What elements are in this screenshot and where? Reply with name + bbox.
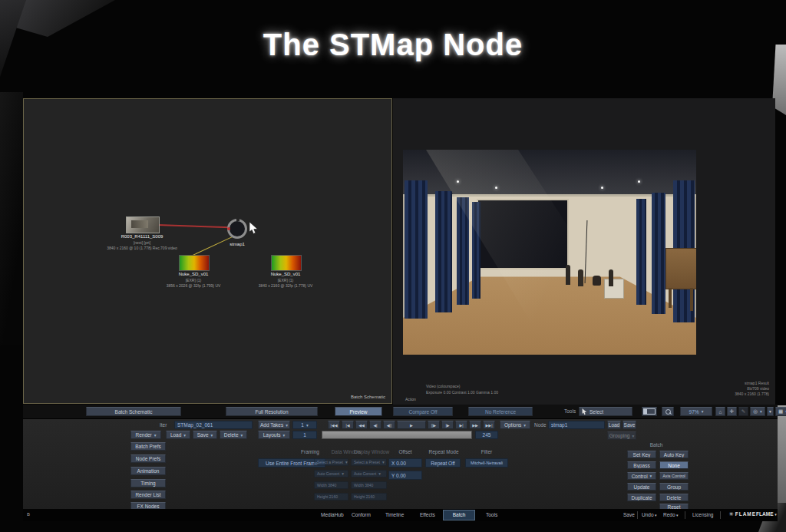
transport-fast-fwd-button[interactable]: ▶▶ — [469, 421, 481, 429]
connection-line-red — [157, 224, 236, 229]
uv-node-1-name: Nuke_SD_v01 — [179, 272, 209, 276]
transport-play-fwd-button[interactable]: ||▶ — [428, 421, 440, 429]
display-window-width-field[interactable]: Width 3840 — [351, 481, 387, 489]
node-name-field[interactable]: stmap1 — [548, 421, 605, 429]
tab-full-resolution[interactable]: Full Resolution — [226, 407, 318, 416]
tab-compare-off[interactable]: Compare Off — [393, 407, 453, 416]
uv-map-node-1-thumbnail[interactable] — [179, 255, 210, 271]
node-load-button[interactable]: Load — [607, 421, 621, 429]
annotate-button[interactable]: ✎ — [738, 407, 748, 416]
bottom-left-icon[interactable]: B — [27, 512, 30, 517]
transport-step-fwd-button[interactable]: |▶ — [441, 421, 454, 429]
node-save-button[interactable]: Save — [623, 421, 636, 429]
tab-batch-active[interactable]: Batch — [443, 510, 475, 520]
transport-play-back-button[interactable]: ◀|| — [383, 421, 395, 429]
transport-prev-key-button[interactable]: |◀ — [342, 421, 354, 429]
view-tabstrip: Batch Schematic Full Resolution Preview … — [23, 405, 778, 418]
timeline-scrubber[interactable] — [322, 431, 472, 439]
filter-button[interactable]: Mitchell-Netravali — [465, 458, 508, 468]
transport-rewind-button[interactable]: ◀◀ — [355, 421, 368, 429]
tab-conform[interactable]: Conform — [352, 512, 371, 517]
button-batch-prefs[interactable]: Batch Prefs — [130, 442, 166, 451]
button-render-list[interactable]: Render List — [130, 491, 166, 499]
duplicate-button[interactable]: Duplicate — [627, 494, 656, 501]
auto-key-button[interactable]: Auto Key — [659, 451, 689, 458]
extra-dropdown[interactable]: ▾ — [767, 407, 774, 416]
clip-node-name: R003_R41111_S009 — [121, 234, 163, 239]
delete-button[interactable]: Delete — [659, 494, 689, 501]
transport-next-key-button[interactable]: ▶| — [455, 421, 467, 429]
batch-schematic-panel[interactable]: R003_R41111_S009 [next] [prt] 3840 x 216… — [23, 98, 392, 404]
tab-batch-schematic[interactable]: Batch Schematic — [86, 407, 181, 416]
select-tool-button[interactable]: Select — [579, 407, 632, 416]
button-animation[interactable]: Animation — [130, 467, 166, 475]
tab-tools[interactable]: Tools — [486, 512, 497, 517]
group-button[interactable]: Group — [659, 483, 689, 491]
add-takes-button[interactable]: Add Takes — [258, 421, 290, 429]
pan-button[interactable]: ✛ — [727, 407, 737, 416]
button-node-prefs[interactable]: Node Prefs — [130, 454, 166, 463]
licensing-button[interactable]: Licensing — [692, 512, 713, 517]
data-window-convert-field[interactable]: Auto Convert — [314, 470, 348, 477]
stmap-node[interactable] — [227, 219, 247, 239]
flame-brand[interactable]: ✳ FLAMEFLAME ▾ — [729, 511, 777, 517]
grouping-dropdown[interactable]: Grouping — [607, 431, 636, 440]
iteration-name-field[interactable]: STMap_02_061 — [174, 421, 253, 429]
none-button[interactable]: None — [659, 461, 689, 469]
offset-y-field[interactable]: Y 0.00 — [388, 471, 422, 480]
transport-go-start-button[interactable]: |◀◀ — [328, 421, 340, 429]
control-dropdown[interactable]: Control — [627, 472, 656, 480]
options-button[interactable]: Options — [500, 421, 530, 429]
offset-x-field[interactable]: X 0.00 — [388, 458, 422, 468]
tab-timeline[interactable]: Timeline — [385, 512, 404, 517]
layouts-button[interactable]: Layouts — [258, 431, 290, 439]
undo-dropdown[interactable]: Undo ▾ — [642, 512, 656, 517]
display-window-height-field[interactable]: Height 2160 — [351, 493, 387, 501]
setup-load-button[interactable]: Load — [166, 431, 190, 439]
data-window-width-field[interactable]: Width 3840 — [314, 481, 348, 489]
render-button[interactable]: Render — [130, 431, 161, 439]
tab-preview[interactable]: Preview — [335, 407, 382, 416]
person — [609, 269, 613, 286]
clip-thumbnail-detail — [131, 220, 148, 228]
home-view-button[interactable]: ⌂ — [715, 407, 725, 416]
setup-delete-button[interactable]: Delete — [220, 431, 247, 439]
button-timing[interactable]: Timing — [130, 479, 166, 487]
application-bottom-bar: B MediaHub Conform Timeline Effects Batc… — [23, 509, 778, 521]
repeat-mode-button[interactable]: Repeat Off — [425, 458, 461, 468]
table-leg — [669, 288, 672, 308]
uv-map-node-2-thumbnail[interactable] — [271, 255, 302, 271]
setup-save-button[interactable]: Save — [193, 431, 217, 439]
tab-mediahub[interactable]: MediaHub — [321, 512, 344, 517]
clip-node-sub: [next] [prt] — [134, 240, 150, 245]
grid-view-dropdown[interactable]: ▦ — [775, 407, 786, 416]
magnifier-icon[interactable] — [662, 407, 674, 416]
display-window-preset-field[interactable]: Select a Preset — [351, 458, 387, 466]
redo-dropdown[interactable]: Redo ▾ — [663, 512, 678, 517]
magnifier-glyph — [665, 409, 671, 415]
transport-play-button[interactable]: ▶ — [397, 421, 426, 429]
data-window-height-field[interactable]: Height 2160 — [314, 493, 348, 501]
split-view-icon[interactable] — [642, 407, 657, 416]
chevron-down-icon: ▾ — [654, 513, 657, 517]
clip-node-thumbnail[interactable] — [126, 216, 160, 233]
set-key-button[interactable]: Set Key — [627, 451, 656, 458]
range-end-field[interactable]: 245 — [475, 431, 498, 439]
tab-effects[interactable]: Effects — [420, 512, 435, 517]
take-number-field[interactable]: 1 — [292, 421, 317, 429]
axis-control-button[interactable]: Axis Control — [659, 472, 689, 480]
save-button[interactable]: Save — [623, 512, 635, 517]
batch-section-header: Batch — [626, 442, 687, 448]
data-window-preset-field[interactable]: Select a Preset — [314, 458, 348, 466]
update-button[interactable]: Update — [627, 483, 656, 491]
viewer-result-label: stmap1 Result — [745, 381, 769, 386]
zoom-level-dropdown[interactable]: 97% — [680, 407, 712, 416]
transport-go-end-button[interactable]: ▶▶| — [483, 421, 495, 429]
display-window-convert-field[interactable]: Auto Convert — [351, 470, 387, 477]
colour-picker-dropdown[interactable]: ◎ — [750, 407, 765, 416]
tab-no-reference[interactable]: No Reference — [468, 407, 533, 416]
bypass-button[interactable]: Bypass — [627, 461, 656, 469]
transport-step-back-button[interactable]: ◀| — [369, 421, 381, 429]
viewer-panel[interactable]: Action Video (colourspace) Exposure 0.00… — [393, 98, 775, 405]
range-start-field[interactable]: 1 — [292, 431, 317, 439]
